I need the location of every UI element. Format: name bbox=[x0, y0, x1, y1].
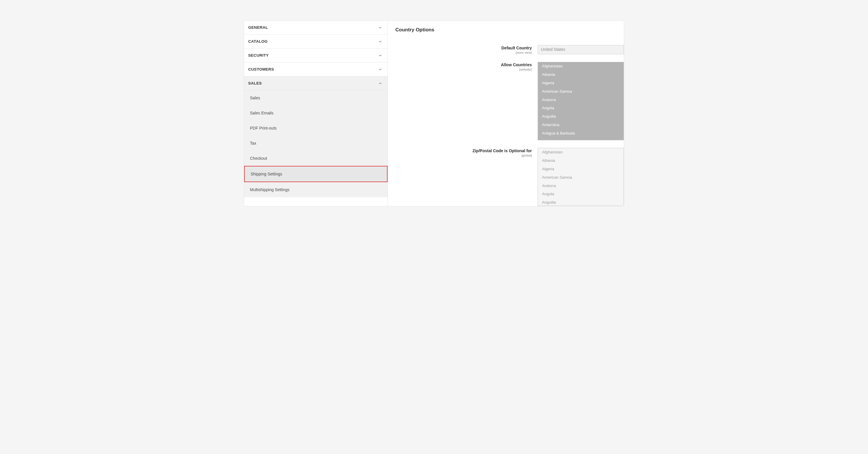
option[interactable]: Antigua & Barbuda bbox=[538, 129, 624, 138]
chevron-down-icon bbox=[378, 26, 382, 30]
option[interactable]: Albania bbox=[538, 70, 624, 79]
config-sidebar: GENERAL CATALOG SECURITY CUSTOMERS SALES bbox=[244, 21, 388, 206]
option[interactable]: American Samoa bbox=[538, 87, 624, 96]
zip-optional-multiselect[interactable]: Afghanistan Albania Algeria American Sam… bbox=[538, 148, 624, 206]
sidebar-item-shipping-settings[interactable]: Shipping Settings bbox=[244, 166, 388, 182]
row-zip-optional: Zip/Postal Code is Optional for [global]… bbox=[395, 148, 624, 206]
sidebar-section-catalog[interactable]: CATALOG bbox=[244, 35, 388, 49]
sidebar-sales-submenu: Sales Sales Emails PDF Print-outs Tax Ch… bbox=[244, 90, 388, 197]
row-default-country: Default Country [store view] United Stat… bbox=[395, 45, 624, 54]
section-title: Country Options bbox=[395, 27, 624, 33]
sidebar-item-sales[interactable]: Sales bbox=[244, 90, 388, 105]
option[interactable]: Andorra bbox=[538, 182, 624, 190]
label-col: Default Country [store view] bbox=[395, 45, 538, 54]
option[interactable]: Anguilla bbox=[538, 113, 624, 121]
option[interactable]: Albania bbox=[538, 157, 624, 165]
sidebar-item-tax[interactable]: Tax bbox=[244, 135, 388, 151]
chevron-down-icon bbox=[378, 39, 382, 43]
option[interactable]: Angola bbox=[538, 104, 624, 113]
row-allow-countries: Allow Countries [website] Afghanistan Al… bbox=[395, 62, 624, 140]
default-country-select[interactable]: United States bbox=[538, 45, 624, 54]
sidebar-section-customers[interactable]: CUSTOMERS bbox=[244, 62, 388, 77]
field-label: Default Country bbox=[395, 46, 532, 51]
option[interactable]: Andorra bbox=[538, 96, 624, 104]
sidebar-item-checkout[interactable]: Checkout bbox=[244, 151, 388, 166]
option[interactable]: Afghanistan bbox=[538, 148, 624, 157]
chevron-up-icon bbox=[378, 81, 382, 85]
sidebar-item-sales-emails[interactable]: Sales Emails bbox=[244, 105, 388, 121]
chevron-down-icon bbox=[378, 54, 382, 58]
control-col: United States bbox=[538, 45, 624, 54]
field-label: Allow Countries bbox=[395, 62, 532, 67]
label-col: Zip/Postal Code is Optional for [global] bbox=[395, 148, 538, 157]
sidebar-section-security[interactable]: SECURITY bbox=[244, 49, 388, 62]
field-scope: [store view] bbox=[395, 51, 532, 54]
option[interactable]: Argentina bbox=[538, 138, 624, 140]
sidebar-section-label: SECURITY bbox=[248, 53, 269, 58]
field-scope: [website] bbox=[395, 68, 532, 71]
control-col: Afghanistan Albania Algeria American Sam… bbox=[538, 62, 624, 140]
control-col: Afghanistan Albania Algeria American Sam… bbox=[538, 148, 624, 206]
option[interactable]: Antarctica bbox=[538, 121, 624, 129]
sidebar-section-label: CUSTOMERS bbox=[248, 67, 274, 71]
option[interactable]: Anguilla bbox=[538, 199, 624, 206]
label-col: Allow Countries [website] bbox=[395, 62, 538, 71]
sidebar-section-label: SALES bbox=[248, 81, 262, 85]
sidebar-section-sales[interactable]: SALES bbox=[244, 77, 388, 90]
sidebar-item-pdf-printouts[interactable]: PDF Print-outs bbox=[244, 121, 388, 135]
config-main: Country Options Default Country [store v… bbox=[388, 21, 624, 206]
chevron-down-icon bbox=[378, 67, 382, 71]
sidebar-section-general[interactable]: GENERAL bbox=[244, 21, 388, 35]
field-scope: [global] bbox=[395, 154, 532, 157]
config-panel: GENERAL CATALOG SECURITY CUSTOMERS SALES bbox=[244, 20, 624, 206]
field-label: Zip/Postal Code is Optional for bbox=[395, 148, 532, 153]
option[interactable]: American Samoa bbox=[538, 173, 624, 182]
sidebar-section-label: CATALOG bbox=[248, 39, 268, 43]
option[interactable]: Algeria bbox=[538, 79, 624, 87]
sidebar-section-label: GENERAL bbox=[248, 25, 268, 30]
sidebar-item-multishipping-settings[interactable]: Multishipping Settings bbox=[244, 182, 388, 197]
option[interactable]: Afghanistan bbox=[538, 62, 624, 70]
allow-countries-multiselect[interactable]: Afghanistan Albania Algeria American Sam… bbox=[538, 62, 624, 140]
option[interactable]: Angola bbox=[538, 190, 624, 199]
option[interactable]: Algeria bbox=[538, 165, 624, 173]
